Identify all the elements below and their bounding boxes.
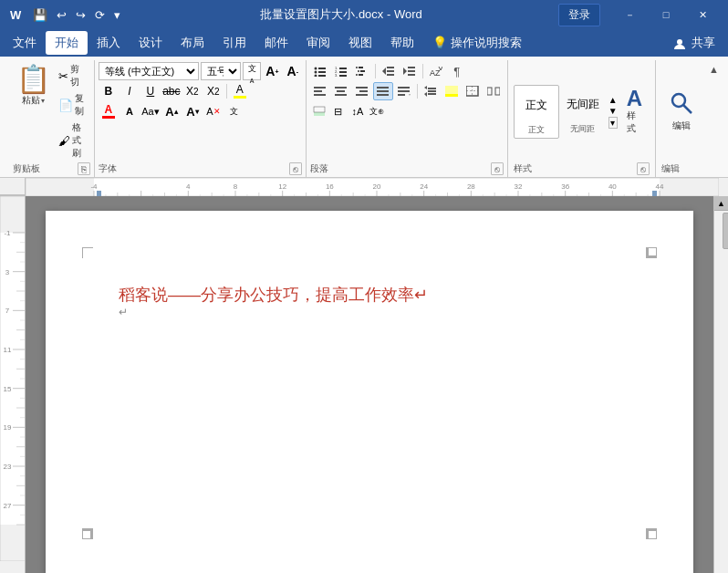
increase-font2-button[interactable]: A▴ (161, 102, 182, 120)
style-normal[interactable]: 正文 正文 (514, 85, 559, 139)
vertical-ruler (0, 196, 26, 573)
menu-search[interactable]: 💡 操作说明搜索 (423, 31, 531, 55)
increase-font-button[interactable]: A+ (263, 62, 281, 80)
customize-icon[interactable]: ▾ (110, 6, 124, 24)
menu-layout[interactable]: 布局 (172, 31, 213, 55)
find-replace-button[interactable]: 编辑 (661, 87, 702, 136)
menu-review[interactable]: 审阅 (297, 31, 339, 55)
document-page[interactable]: 稻客说——分享办公技巧，提高工作效率↵ ↵ (46, 211, 693, 573)
line-spacing-button[interactable] (421, 82, 441, 100)
paste-icon: 📋 (16, 64, 50, 94)
font-color-button[interactable]: A (99, 102, 119, 120)
svg-rect-4 (318, 68, 326, 69)
menu-view[interactable]: 视图 (339, 31, 381, 55)
decrease-font-button[interactable]: A- (284, 62, 302, 80)
svg-rect-36 (356, 87, 368, 89)
font-expand-button[interactable]: ⎋ (289, 162, 302, 175)
svg-marker-25 (403, 68, 407, 75)
undo-icon[interactable]: ↩ (53, 6, 70, 24)
login-button[interactable]: 登录 (558, 4, 600, 26)
text-effects-button[interactable]: A (120, 102, 140, 120)
multilevel-button[interactable] (352, 62, 372, 80)
align-left-button[interactable] (310, 82, 330, 100)
cut-button[interactable]: ✂ 剪切 (56, 62, 90, 89)
save-icon[interactable]: 💾 (29, 6, 51, 24)
menu-mailings[interactable]: 邮件 (255, 31, 297, 55)
svg-rect-14 (339, 75, 347, 77)
scroll-up-button[interactable]: ▲ (714, 196, 729, 211)
font-face-select[interactable]: 等线 (中文正文) (99, 62, 199, 80)
redo-icon[interactable]: ↪ (72, 6, 89, 24)
svg-line-59 (683, 105, 692, 113)
decrease-indent-button[interactable] (379, 62, 399, 80)
italic-button[interactable]: I (120, 82, 140, 100)
chinese-layout-button[interactable]: 文⊕ (368, 102, 386, 120)
styles-button[interactable]: A 样式 (619, 84, 650, 139)
sort-button[interactable]: AZ (426, 62, 446, 80)
shading-button[interactable] (442, 82, 462, 100)
underline-button[interactable]: U (140, 82, 161, 100)
close-button[interactable]: ✕ (684, 0, 721, 29)
decrease-font2-button[interactable]: A▾ (182, 102, 203, 120)
highlight-button[interactable]: A (230, 82, 250, 100)
subscript-button[interactable]: X2 (182, 82, 203, 100)
bold-button[interactable]: B (99, 82, 119, 100)
menu-file[interactable]: 文件 (4, 31, 46, 55)
superscript-button[interactable]: X2 (203, 82, 224, 100)
menu-bar: 文件 开始 插入 设计 布局 引用 邮件 审阅 视图 帮助 💡 操作说明搜索 共… (0, 29, 728, 57)
paragraph-expand-button[interactable]: ⎋ (491, 162, 504, 175)
svg-rect-32 (314, 94, 326, 96)
border-select-button[interactable]: ⊟ (329, 102, 348, 120)
show-marks-button[interactable]: ¶ (447, 62, 467, 80)
phonetic-button[interactable]: 文 (224, 102, 244, 120)
paste-button[interactable]: 📋 粘贴 ▾ (13, 62, 54, 161)
menu-share[interactable]: 共享 (664, 31, 724, 55)
document-title[interactable]: 稻客说——分享办公技巧，提高工作效率↵ (119, 284, 620, 306)
vertical-scrollbar[interactable]: ▲ ▼ (713, 196, 728, 573)
para-shading2-button[interactable] (310, 102, 328, 120)
menu-references[interactable]: 引用 (213, 31, 255, 55)
text-settings-button[interactable]: 文A (243, 62, 261, 80)
ribbon-collapse-button[interactable]: ▲ (707, 60, 721, 177)
change-case-button[interactable]: Aa▾ (140, 102, 161, 120)
clipboard-expand-button[interactable]: ⎘ (78, 162, 90, 175)
borders-button[interactable] (463, 82, 483, 100)
strikethrough-button[interactable]: abc (161, 82, 182, 100)
menu-insert[interactable]: 插入 (88, 31, 130, 55)
menu-design[interactable]: 设计 (130, 31, 172, 55)
paste-dropdown-arrow[interactable]: ▾ (41, 97, 45, 105)
font-size-select[interactable]: 五号 (201, 62, 241, 80)
svg-rect-20 (359, 74, 363, 76)
align-right-button[interactable] (352, 82, 372, 100)
column-spacing-button[interactable] (484, 82, 504, 100)
styles-label: 样式 (627, 109, 642, 135)
minimize-button[interactable]: － (611, 0, 648, 29)
ruler-container (0, 178, 728, 196)
format-painter-button[interactable]: 🖌 格式刷 (56, 120, 90, 161)
menu-home[interactable]: 开始 (46, 31, 88, 55)
svg-rect-12 (339, 71, 347, 73)
styles-expand-button[interactable]: ⎋ (637, 162, 650, 175)
justify-button[interactable] (373, 82, 393, 100)
horizontal-ruler[interactable] (26, 178, 728, 196)
style-no-spacing[interactable]: 无间距 无间距 (561, 85, 605, 139)
document-newline: ↵ (119, 306, 620, 326)
numbering-button[interactable]: 1.2.3. (331, 62, 351, 80)
menu-help[interactable]: 帮助 (381, 31, 423, 55)
copy-button[interactable]: 📄 复制 (56, 91, 90, 119)
svg-rect-47 (428, 90, 436, 92)
scroll-thumb[interactable] (723, 213, 729, 249)
restore-button[interactable]: □ (648, 0, 684, 29)
document-area[interactable]: 稻客说——分享办公技巧，提高工作效率↵ ↵ (26, 196, 713, 573)
increase-indent-button[interactable] (400, 62, 420, 80)
distributed-button[interactable]: ↔ (394, 82, 414, 100)
autosave-icon[interactable]: ⟳ (91, 6, 109, 24)
align-center-button[interactable] (331, 82, 351, 100)
text-dir-button[interactable]: ↕A (348, 102, 367, 120)
clear-format-button[interactable]: A✕ (203, 102, 224, 120)
bullets-button[interactable] (310, 62, 330, 80)
svg-point-2 (677, 39, 682, 45)
svg-rect-55 (495, 88, 500, 95)
corner-mark-tl (82, 247, 93, 258)
svg-rect-33 (335, 87, 347, 89)
